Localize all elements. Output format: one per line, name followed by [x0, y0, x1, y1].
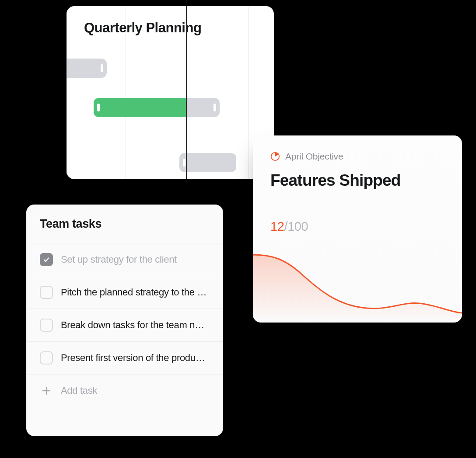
task-row[interactable]: Present first version of the product roa… — [27, 342, 223, 375]
objective-sparkline-chart — [253, 248, 462, 323]
progress-current: 12 — [270, 219, 284, 233]
objective-header: April Objective — [253, 135, 462, 162]
quarterly-planning-card: Quarterly Planning — [66, 6, 274, 179]
task-checkbox[interactable] — [40, 351, 53, 364]
gantt-gridline — [248, 6, 248, 179]
task-row[interactable]: Set up strategy for the client — [27, 243, 223, 276]
gantt-bar-remaining[interactable] — [186, 98, 220, 117]
drag-handle-icon[interactable] — [97, 104, 100, 111]
objective-title: Features Shipped — [253, 162, 462, 190]
gantt-bar[interactable] — [66, 59, 107, 78]
objective-label: April Objective — [285, 151, 343, 162]
task-label: Set up strategy for the client — [61, 254, 177, 265]
task-label: Break down tasks for the team next sprin… — [61, 319, 210, 331]
task-label: Present first version of the product roa… — [61, 352, 210, 364]
gantt-bar-progress[interactable] — [94, 98, 186, 117]
plus-icon — [40, 384, 53, 397]
gantt-title: Quarterly Planning — [84, 20, 201, 36]
task-checkbox[interactable] — [40, 319, 53, 332]
gantt-today-line — [186, 6, 187, 179]
task-checkbox[interactable] — [40, 253, 53, 266]
tasks-title: Team tasks — [27, 205, 223, 243]
task-label: Pitch the planned strategy to the client — [61, 287, 210, 298]
tasks-card: Team tasks Set up strategy for the clien… — [26, 205, 223, 436]
drag-handle-icon[interactable] — [101, 64, 103, 72]
drag-handle-icon[interactable] — [183, 159, 186, 167]
objective-card: April Objective Features Shipped 12/100 — [253, 135, 462, 323]
pie-chart-icon — [270, 152, 280, 161]
task-checkbox[interactable] — [40, 286, 53, 299]
add-task-row[interactable]: Add task — [27, 375, 223, 407]
objective-progress: 12/100 — [253, 190, 462, 234]
task-row[interactable]: Pitch the planned strategy to the client — [27, 276, 223, 309]
check-icon — [43, 256, 50, 263]
task-row[interactable]: Break down tasks for the team next sprin… — [27, 309, 223, 342]
add-task-label: Add task — [61, 385, 97, 396]
drag-handle-icon[interactable] — [214, 104, 216, 111]
progress-separator: / — [284, 219, 287, 233]
gantt-bar[interactable] — [179, 153, 236, 172]
gantt-gridline — [66, 6, 67, 179]
progress-total: 100 — [287, 219, 308, 233]
